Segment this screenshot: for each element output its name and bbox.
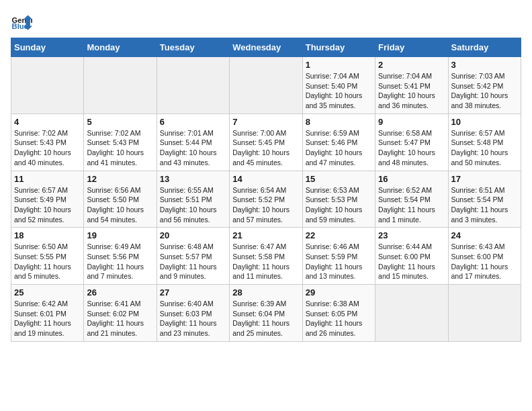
day-cell: 27Sunrise: 6:40 AM Sunset: 6:03 PM Dayli… <box>157 285 229 342</box>
day-cell: 20Sunrise: 6:48 AM Sunset: 5:57 PM Dayli… <box>157 228 229 285</box>
page-header: General Blue <box>11 11 521 32</box>
day-number: 6 <box>160 117 226 127</box>
day-cell: 16Sunrise: 6:52 AM Sunset: 5:54 PM Dayli… <box>375 171 448 228</box>
weekday-saturday: Saturday <box>448 38 521 57</box>
day-cell: 8Sunrise: 6:59 AM Sunset: 5:46 PM Daylig… <box>302 113 375 171</box>
day-cell: 23Sunrise: 6:44 AM Sunset: 6:00 PM Dayli… <box>375 228 448 285</box>
day-info: Sunrise: 7:02 AM Sunset: 5:43 PM Dayligh… <box>87 128 153 168</box>
day-info: Sunrise: 6:50 AM Sunset: 5:55 PM Dayligh… <box>14 242 81 281</box>
week-row-0: 1Sunrise: 7:04 AM Sunset: 5:40 PM Daylig… <box>11 57 521 114</box>
day-cell: 10Sunrise: 6:57 AM Sunset: 5:48 PM Dayli… <box>448 113 521 171</box>
day-info: Sunrise: 6:51 AM Sunset: 5:54 PM Dayligh… <box>451 185 518 225</box>
day-info: Sunrise: 7:03 AM Sunset: 5:42 PM Dayligh… <box>451 71 518 111</box>
day-cell: 26Sunrise: 6:41 AM Sunset: 6:02 PM Dayli… <box>84 285 157 342</box>
day-number: 29 <box>306 287 372 298</box>
day-cell: 14Sunrise: 6:54 AM Sunset: 5:52 PM Dayli… <box>230 171 302 228</box>
logo-icon: General Blue <box>11 11 32 32</box>
day-number: 24 <box>451 230 518 240</box>
day-info: Sunrise: 6:55 AM Sunset: 5:51 PM Dayligh… <box>160 185 226 225</box>
day-cell: 7Sunrise: 7:00 AM Sunset: 5:45 PM Daylig… <box>230 113 302 171</box>
day-info: Sunrise: 7:04 AM Sunset: 5:40 PM Dayligh… <box>306 71 372 111</box>
day-number: 21 <box>232 230 299 240</box>
day-cell <box>84 57 157 114</box>
day-number: 5 <box>87 117 153 127</box>
day-cell: 1Sunrise: 7:04 AM Sunset: 5:40 PM Daylig… <box>302 57 375 114</box>
calendar-body: 1Sunrise: 7:04 AM Sunset: 5:40 PM Daylig… <box>11 57 521 342</box>
weekday-sunday: Sunday <box>11 38 84 57</box>
day-number: 12 <box>87 174 153 184</box>
day-info: Sunrise: 6:42 AM Sunset: 6:01 PM Dayligh… <box>14 299 81 338</box>
weekday-tuesday: Tuesday <box>157 38 229 57</box>
day-cell: 21Sunrise: 6:47 AM Sunset: 5:58 PM Dayli… <box>230 228 302 285</box>
day-cell: 15Sunrise: 6:53 AM Sunset: 5:53 PM Dayli… <box>302 171 375 228</box>
day-info: Sunrise: 6:38 AM Sunset: 6:05 PM Dayligh… <box>306 299 372 338</box>
day-cell <box>375 285 448 342</box>
day-cell: 22Sunrise: 6:46 AM Sunset: 5:59 PM Dayli… <box>302 228 375 285</box>
day-cell: 25Sunrise: 6:42 AM Sunset: 6:01 PM Dayli… <box>11 285 84 342</box>
day-number: 9 <box>378 117 445 127</box>
day-cell: 28Sunrise: 6:39 AM Sunset: 6:04 PM Dayli… <box>230 285 302 342</box>
day-info: Sunrise: 6:43 AM Sunset: 6:00 PM Dayligh… <box>451 242 518 281</box>
weekday-header-row: SundayMondayTuesdayWednesdayThursdayFrid… <box>11 38 521 57</box>
day-info: Sunrise: 7:04 AM Sunset: 5:41 PM Dayligh… <box>378 71 445 111</box>
day-number: 2 <box>378 60 445 70</box>
day-number: 25 <box>14 287 81 298</box>
calendar-table: SundayMondayTuesdayWednesdayThursdayFrid… <box>11 38 521 342</box>
day-info: Sunrise: 6:53 AM Sunset: 5:53 PM Dayligh… <box>306 185 372 225</box>
day-info: Sunrise: 6:47 AM Sunset: 5:58 PM Dayligh… <box>232 242 299 281</box>
day-cell <box>448 285 521 342</box>
day-number: 3 <box>451 60 518 70</box>
day-info: Sunrise: 6:52 AM Sunset: 5:54 PM Dayligh… <box>378 185 445 225</box>
day-info: Sunrise: 6:41 AM Sunset: 6:02 PM Dayligh… <box>87 299 153 338</box>
day-number: 7 <box>232 117 299 127</box>
day-cell: 9Sunrise: 6:58 AM Sunset: 5:47 PM Daylig… <box>375 113 448 171</box>
day-cell: 19Sunrise: 6:49 AM Sunset: 5:56 PM Dayli… <box>84 228 157 285</box>
day-cell: 13Sunrise: 6:55 AM Sunset: 5:51 PM Dayli… <box>157 171 229 228</box>
week-row-3: 18Sunrise: 6:50 AM Sunset: 5:55 PM Dayli… <box>11 228 521 285</box>
day-cell: 5Sunrise: 7:02 AM Sunset: 5:43 PM Daylig… <box>84 113 157 171</box>
day-number: 15 <box>306 174 372 184</box>
day-number: 28 <box>232 287 299 298</box>
day-number: 11 <box>14 174 81 184</box>
day-cell: 29Sunrise: 6:38 AM Sunset: 6:05 PM Dayli… <box>302 285 375 342</box>
day-cell: 2Sunrise: 7:04 AM Sunset: 5:41 PM Daylig… <box>375 57 448 114</box>
day-cell: 18Sunrise: 6:50 AM Sunset: 5:55 PM Dayli… <box>11 228 84 285</box>
weekday-thursday: Thursday <box>302 38 375 57</box>
week-row-2: 11Sunrise: 6:57 AM Sunset: 5:49 PM Dayli… <box>11 171 521 228</box>
day-cell: 6Sunrise: 7:01 AM Sunset: 5:44 PM Daylig… <box>157 113 229 171</box>
day-info: Sunrise: 7:00 AM Sunset: 5:45 PM Dayligh… <box>232 128 299 168</box>
day-cell: 17Sunrise: 6:51 AM Sunset: 5:54 PM Dayli… <box>448 171 521 228</box>
day-number: 27 <box>160 287 226 298</box>
day-number: 8 <box>306 117 372 127</box>
week-row-4: 25Sunrise: 6:42 AM Sunset: 6:01 PM Dayli… <box>11 285 521 342</box>
weekday-monday: Monday <box>84 38 157 57</box>
day-info: Sunrise: 7:02 AM Sunset: 5:43 PM Dayligh… <box>14 128 81 168</box>
day-cell: 4Sunrise: 7:02 AM Sunset: 5:43 PM Daylig… <box>11 113 84 171</box>
day-info: Sunrise: 6:57 AM Sunset: 5:48 PM Dayligh… <box>451 128 518 168</box>
day-info: Sunrise: 6:46 AM Sunset: 5:59 PM Dayligh… <box>306 242 372 281</box>
day-info: Sunrise: 6:56 AM Sunset: 5:50 PM Dayligh… <box>87 185 153 225</box>
day-number: 18 <box>14 230 81 240</box>
day-info: Sunrise: 6:58 AM Sunset: 5:47 PM Dayligh… <box>378 128 445 168</box>
day-cell: 12Sunrise: 6:56 AM Sunset: 5:50 PM Dayli… <box>84 171 157 228</box>
day-cell <box>11 57 84 114</box>
day-number: 26 <box>87 287 153 298</box>
day-info: Sunrise: 6:54 AM Sunset: 5:52 PM Dayligh… <box>232 185 299 225</box>
day-number: 19 <box>87 230 153 240</box>
day-number: 17 <box>451 174 518 184</box>
weekday-friday: Friday <box>375 38 448 57</box>
weekday-wednesday: Wednesday <box>230 38 302 57</box>
day-number: 20 <box>160 230 226 240</box>
day-number: 10 <box>451 117 518 127</box>
day-cell: 24Sunrise: 6:43 AM Sunset: 6:00 PM Dayli… <box>448 228 521 285</box>
day-cell: 3Sunrise: 7:03 AM Sunset: 5:42 PM Daylig… <box>448 57 521 114</box>
day-number: 4 <box>14 117 81 127</box>
day-info: Sunrise: 6:57 AM Sunset: 5:49 PM Dayligh… <box>14 185 81 225</box>
week-row-1: 4Sunrise: 7:02 AM Sunset: 5:43 PM Daylig… <box>11 113 521 171</box>
logo: General Blue <box>11 11 32 32</box>
day-number: 16 <box>378 174 445 184</box>
day-info: Sunrise: 6:49 AM Sunset: 5:56 PM Dayligh… <box>87 242 153 281</box>
day-info: Sunrise: 6:59 AM Sunset: 5:46 PM Dayligh… <box>306 128 372 168</box>
day-cell <box>157 57 229 114</box>
day-number: 23 <box>378 230 445 240</box>
